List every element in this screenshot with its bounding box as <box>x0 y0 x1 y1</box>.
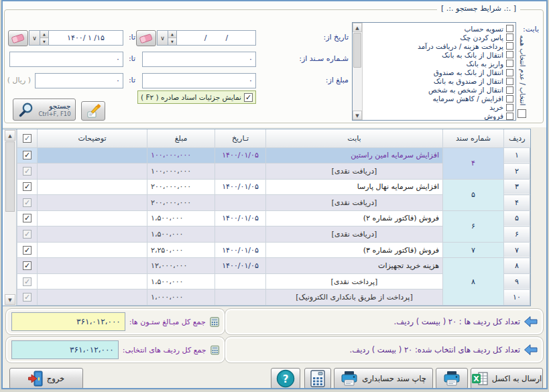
scroll-up-icon[interactable]: ▲ <box>353 23 362 32</box>
table-row[interactable]: ۷ ۷ فروش (فاکتور شماره ۳) ۱۴۰۰/۰۱/۰۵ ۲،۲… <box>17 242 530 258</box>
spinner-up-icon[interactable]: ▲ <box>168 31 176 38</box>
doc-to-input[interactable]: ۰ <box>9 52 123 67</box>
checkbox-checked-icon[interactable]: ✓ <box>244 93 253 102</box>
header-notes[interactable]: توضیحات <box>38 129 147 147</box>
checkbox-icon[interactable] <box>506 34 513 41</box>
chevron-down-icon[interactable]: ∨ <box>29 30 40 46</box>
header-babat[interactable]: بابت <box>266 129 443 147</box>
notes-cell <box>38 210 147 226</box>
select-all-checkbox[interactable] <box>517 109 526 118</box>
table-row[interactable]: ۳ ۵ افزایش سرمایه نهال پارسا ۱۴۰۰/۰۱/۰۵ … <box>17 179 530 195</box>
row-checkbox[interactable]: ✓ <box>23 214 32 222</box>
header-select-all[interactable]: ✓ <box>17 129 38 147</box>
checkbox-icon[interactable] <box>506 42 513 50</box>
spinner-up-icon[interactable]: ▲ <box>40 31 48 38</box>
amount-to-input[interactable]: ۰ <box>35 73 123 88</box>
header-row-number[interactable]: ردیف <box>504 129 530 147</box>
amount-cell: ۱۰۰،۰۰۰،۰۰۰ <box>147 164 215 180</box>
checkbox-icon[interactable] <box>506 51 513 58</box>
babat-item[interactable]: افزایش / کاهش سرمایه <box>365 94 513 103</box>
selected-count-box: تعداد کل ردیف های انتخاب شده: ۲۰ ( بیست … <box>225 336 544 363</box>
row-checkbox-cell: ✓ <box>17 242 38 258</box>
date-from-picker[interactable]: / / ▲▼ ∨ <box>157 30 256 46</box>
row-checkbox-cell: ✓ <box>17 226 38 243</box>
checkbox-icon[interactable] <box>506 60 513 67</box>
export-excel-button[interactable]: ارسال به اکسل X <box>471 368 543 389</box>
amount-from-input[interactable]: ۰ <box>142 73 256 88</box>
babat-list-scrollbar[interactable]: ▲ ▼ <box>353 23 363 120</box>
scrollbar-thumb[interactable] <box>353 33 361 68</box>
babat-item[interactable]: پرداخت هزینه / دریافت درآمد <box>365 42 513 50</box>
row-number: ۵ <box>504 210 530 226</box>
print-button[interactable] <box>436 368 468 389</box>
search-button[interactable]: جستجو Ctrl+F, F10 <box>13 99 76 121</box>
excel-icon: X <box>472 372 488 385</box>
table-row[interactable]: ۵ ۶ فروش (فاکتور شماره ۲) ۱۴۰۰/۰۱/۰۵ ۱،۵… <box>17 210 530 226</box>
show-details-label: نمایش جزئیات اسناد صادره ( F۲ ) <box>141 93 241 101</box>
date-from-value[interactable]: / / <box>176 30 256 46</box>
table-row[interactable]: ۱ ۴ افزایش سرمایه امین راستین ۱۴۰۰/۰۱/۰۵… <box>17 147 530 164</box>
doc-from-input[interactable]: ۰ <box>142 52 256 67</box>
table-row[interactable]: ۸ ۸ هزینه خرید تجهیزات ۱۴۰۰/۰۱/۰۵ ۱۲،۰۰۰… <box>17 258 530 274</box>
header-date[interactable]: تـاریخ <box>215 129 266 147</box>
babat-cell: هزینه خرید تجهیزات <box>266 258 443 274</box>
scroll-down-icon[interactable]: ▼ <box>5 294 15 305</box>
date-to-spinner[interactable]: ▲▼ <box>40 30 48 46</box>
babat-item-label: خرید <box>489 103 503 111</box>
date-from-spinner[interactable]: ▲▼ <box>168 30 176 46</box>
selected-total-label: جمع کل ردیف های انتخابی: <box>123 346 206 354</box>
scroll-up-icon[interactable]: ▲ <box>5 130 15 141</box>
notes-cell <box>38 147 147 164</box>
checkbox-icon[interactable] <box>506 104 513 111</box>
notes-cell <box>38 164 147 180</box>
rial-hint: ( ریال ) <box>7 76 31 84</box>
babat-item[interactable]: انتقال از بانک به بانک <box>365 50 513 59</box>
scrollbar-thumb[interactable] <box>5 141 15 212</box>
total-amounts-label: جمع کل مبـالغ ستـون ها: <box>129 318 206 326</box>
spinner-down-icon[interactable]: ▼ <box>40 38 48 45</box>
row-checkbox[interactable]: ✓ <box>23 261 32 270</box>
amount-cell: ۱،۵۰۰،۰۰۰ <box>147 210 215 226</box>
header-amount[interactable]: مبلغ <box>147 129 215 147</box>
row-checkbox[interactable]: ✓ <box>23 246 32 255</box>
chevron-down-icon[interactable]: ∨ <box>157 30 168 46</box>
header-doc-number[interactable]: شماره سند <box>443 129 504 147</box>
checkbox-icon[interactable] <box>506 25 513 32</box>
date-to-picker[interactable]: ۱۴۰۰/ ۱ /۱۵ ▲▼ ∨ <box>29 30 123 46</box>
grid-vertical-scrollbar[interactable]: ▲ ▼ <box>4 129 17 306</box>
exit-button[interactable]: خروج <box>9 368 83 389</box>
calculator-button[interactable] <box>304 368 331 389</box>
babat-item[interactable]: واریز به بانک <box>365 59 513 68</box>
date-to-clear-button[interactable] <box>8 30 28 46</box>
print-accounting-doc-button[interactable]: چاپ سند حسابداری <box>334 368 433 389</box>
notes-cell <box>38 242 147 258</box>
babat-item-label: انتقال از صندوق به بانک <box>434 77 503 85</box>
clear-criteria-button[interactable] <box>81 101 105 121</box>
babat-item-label: پاس کردن چک <box>460 34 503 42</box>
babat-item[interactable]: انتقال از صندوق به بانک <box>365 77 513 86</box>
babat-item[interactable]: انتقال از بانک به صندوق <box>365 68 513 76</box>
date-cell: ۱۴۰۰/۰۱/۰۵ <box>215 147 266 164</box>
show-details-checkbox[interactable]: ✓ نمایش جزئیات اسناد صادره ( F۲ ) <box>137 90 256 104</box>
checkbox-icon[interactable] <box>506 95 513 103</box>
babat-item[interactable]: پاس کردن چک <box>365 33 513 42</box>
checkbox-icon[interactable] <box>506 86 513 94</box>
checkbox-icon[interactable] <box>506 69 513 76</box>
spinner-down-icon[interactable]: ▼ <box>168 38 176 45</box>
date-to-value[interactable]: ۱۴۰۰/ ۱ /۱۵ <box>48 30 123 46</box>
checkbox-icon[interactable] <box>506 78 513 85</box>
babat-item[interactable]: انتقال از شخص به شخص <box>365 86 513 94</box>
babat-item[interactable]: تسویه حساب <box>365 24 513 33</box>
babat-item[interactable]: فروش <box>365 112 513 120</box>
scroll-down-icon[interactable]: ▼ <box>353 111 362 120</box>
doc-number: ۷ <box>443 242 504 258</box>
date-from-clear-button[interactable] <box>136 30 156 46</box>
row-checkbox-cell: ✓ <box>17 210 38 226</box>
row-number: ۷ <box>504 242 530 258</box>
babat-item[interactable]: خرید <box>365 103 513 112</box>
help-button[interactable]: ? <box>271 368 300 389</box>
row-checkbox[interactable]: ✓ <box>23 182 32 191</box>
row-checkbox[interactable]: ✓ <box>23 151 32 159</box>
checkbox-icon[interactable] <box>506 113 513 120</box>
babat-item-label: پرداخت هزینه / دریافت درآمد <box>418 42 503 50</box>
